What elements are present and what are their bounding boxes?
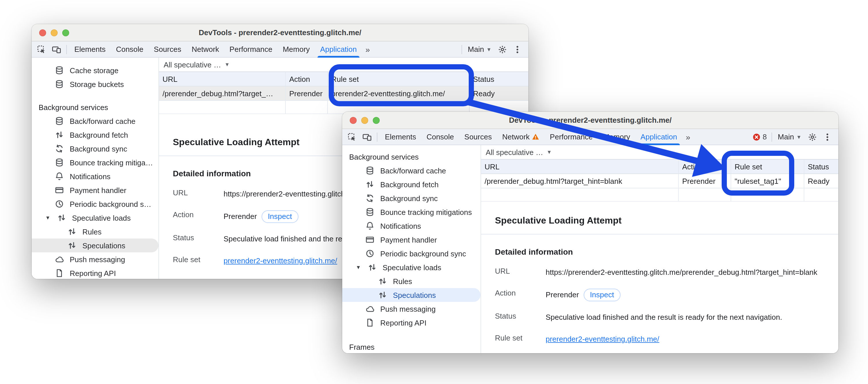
screenshot-stage: DevTools - prerender2-eventtesting.glitc… xyxy=(0,0,868,384)
column-header-url[interactable]: URL xyxy=(481,160,679,173)
divider xyxy=(772,132,772,141)
tab-elements[interactable]: Elements xyxy=(69,42,111,57)
more-tabs-button[interactable]: » xyxy=(362,42,374,57)
tab-performance[interactable]: Performance xyxy=(545,129,598,144)
column-header-action[interactable]: Action xyxy=(679,160,731,173)
kebab-menu-icon[interactable] xyxy=(820,129,835,144)
inspect-element-icon[interactable] xyxy=(34,42,49,57)
settings-gear-icon[interactable] xyxy=(805,129,820,144)
tab-network[interactable]: Network xyxy=(497,129,545,144)
sidebar-item-reporting-api[interactable]: Reporting API xyxy=(342,316,480,329)
detail-value-status: Speculative load finished and the result… xyxy=(546,312,782,323)
sidebar-item-back-forward-cache[interactable]: Back/forward cache xyxy=(32,114,158,128)
sidebar-item-background-fetch[interactable]: Background fetch xyxy=(32,128,158,142)
up-down-arrows-icon xyxy=(67,241,76,250)
sidebar-item-push-messaging[interactable]: Push messaging xyxy=(32,252,158,266)
up-down-arrows-icon xyxy=(378,290,387,299)
tab-sources[interactable]: Sources xyxy=(149,42,186,57)
up-down-arrows-icon xyxy=(57,213,66,222)
more-tabs-button[interactable]: » xyxy=(682,129,694,144)
sidebar-item-bounce-tracking[interactable]: Bounce tracking mitiga… xyxy=(32,156,158,169)
speculations-filter-dropdown[interactable]: All speculative … ▼ xyxy=(159,58,528,71)
sidebar-item-notifications[interactable]: Notifications xyxy=(342,219,480,233)
sidebar-item-background-fetch[interactable]: Background fetch xyxy=(342,178,480,191)
sidebar-item-speculations[interactable]: Speculations xyxy=(342,288,480,302)
tab-sources[interactable]: Sources xyxy=(459,129,497,144)
tab-console[interactable]: Console xyxy=(111,42,148,57)
detail-label: Rule set xyxy=(495,333,546,342)
sidebar-item-periodic-background-sync[interactable]: Periodic background sync xyxy=(342,247,480,260)
table-row[interactable]: /prerender_debug.html?target_hint=blank … xyxy=(481,174,838,188)
ruleset-link[interactable]: prerender2-eventtesting.glitch.me/ xyxy=(546,335,659,343)
context-selector[interactable]: Main ▼ xyxy=(774,132,805,141)
column-header-ruleset[interactable]: Rule set xyxy=(731,160,804,173)
device-toolbar-icon[interactable] xyxy=(49,42,64,57)
column-header-status[interactable]: Status xyxy=(804,160,838,173)
expander-caret-icon[interactable]: ▼ xyxy=(44,215,51,221)
minimize-button[interactable] xyxy=(51,29,58,36)
close-button[interactable] xyxy=(350,117,356,124)
sidebar-item-label: Speculations xyxy=(83,241,125,250)
column-header-ruleset[interactable]: Rule set xyxy=(328,72,470,86)
clock-icon xyxy=(55,199,64,209)
inspect-button[interactable]: Inspect xyxy=(584,289,621,301)
table-row[interactable]: /prerender_debug.html?target_… Prerender… xyxy=(159,87,528,101)
tab-console[interactable]: Console xyxy=(421,129,459,144)
inspect-button[interactable]: Inspect xyxy=(261,210,299,223)
sidebar-item-periodic-background-sync[interactable]: Periodic background s… xyxy=(32,197,158,211)
tab-memory[interactable]: Memory xyxy=(598,129,635,144)
sidebar-item-bounce-tracking[interactable]: Bounce tracking mitigations xyxy=(342,205,480,219)
tab-memory[interactable]: Memory xyxy=(277,42,315,57)
console-errors-badge[interactable]: 8 xyxy=(750,132,769,141)
expander-caret-icon[interactable]: ▼ xyxy=(355,264,362,270)
ruleset-link[interactable]: prerender2-eventtesting.glitch.me/ xyxy=(223,256,337,265)
settings-gear-icon[interactable] xyxy=(495,42,510,57)
tab-elements[interactable]: Elements xyxy=(380,129,421,144)
credit-card-icon xyxy=(365,235,374,244)
tab-application[interactable]: Application xyxy=(635,129,682,144)
sidebar-item-label: Background sync xyxy=(70,144,127,153)
context-selector[interactable]: Main ▼ xyxy=(464,45,495,54)
close-button[interactable] xyxy=(39,29,46,36)
cell-empty xyxy=(481,188,679,201)
tab-performance[interactable]: Performance xyxy=(224,42,278,57)
sidebar-item-speculative-loads[interactable]: ▼ Speculative loads xyxy=(32,211,158,225)
database-icon xyxy=(55,66,64,75)
minimize-button[interactable] xyxy=(361,117,368,124)
cell-empty xyxy=(159,101,286,114)
tab-application[interactable]: Application xyxy=(315,42,362,57)
speculations-filter-dropdown[interactable]: All speculative … ▼ xyxy=(481,145,838,159)
sidebar-item-push-messaging[interactable]: Push messaging xyxy=(342,302,480,316)
sidebar-item-storage-buckets[interactable]: Storage buckets xyxy=(32,77,158,91)
sidebar-item-back-forward-cache[interactable]: Back/forward cache xyxy=(342,164,480,178)
sidebar-item-label: Push messaging xyxy=(380,305,436,313)
sidebar-item-notifications[interactable]: Notifications xyxy=(32,169,158,183)
detail-value-url: https://prerender2-eventtesting.glitch.m… xyxy=(546,267,817,278)
inspect-element-icon[interactable] xyxy=(345,129,360,144)
sidebar-item-cache-storage[interactable]: Cache storage xyxy=(32,63,158,77)
sidebar-item-label: Periodic background s… xyxy=(70,200,151,208)
column-header-status[interactable]: Status xyxy=(470,72,528,86)
sidebar-item-payment-handler[interactable]: Payment handler xyxy=(32,183,158,197)
window-titlebar[interactable]: DevTools - prerender2-eventtesting.glitc… xyxy=(32,24,528,41)
sidebar-item-background-sync[interactable]: Background sync xyxy=(32,142,158,156)
sidebar-item-payment-handler[interactable]: Payment handler xyxy=(342,233,480,247)
maximize-button[interactable] xyxy=(373,117,380,124)
column-header-url[interactable]: URL xyxy=(159,72,286,86)
sidebar-item-rules[interactable]: Rules xyxy=(342,274,480,288)
kebab-menu-icon[interactable] xyxy=(510,42,525,57)
sidebar-item-label: Speculative loads xyxy=(382,263,441,271)
sidebar-item-speculations[interactable]: Speculations xyxy=(32,238,158,252)
sidebar-item-reporting-api[interactable]: Reporting API xyxy=(32,266,158,279)
details-heading: Speculative Loading Attempt xyxy=(495,216,825,226)
device-toolbar-icon[interactable] xyxy=(360,129,374,144)
sidebar-item-background-sync[interactable]: Background sync xyxy=(342,191,480,205)
window-titlebar[interactable]: DevTools - prerender2-eventtesting.glitc… xyxy=(342,112,838,129)
maximize-button[interactable] xyxy=(62,29,69,36)
sidebar-item-rules[interactable]: Rules xyxy=(32,225,158,238)
sidebar-item-speculative-loads[interactable]: ▼ Speculative loads xyxy=(342,260,480,274)
divider xyxy=(481,234,838,234)
divider xyxy=(377,132,377,141)
column-header-action[interactable]: Action xyxy=(286,72,328,86)
tab-network[interactable]: Network xyxy=(186,42,224,57)
